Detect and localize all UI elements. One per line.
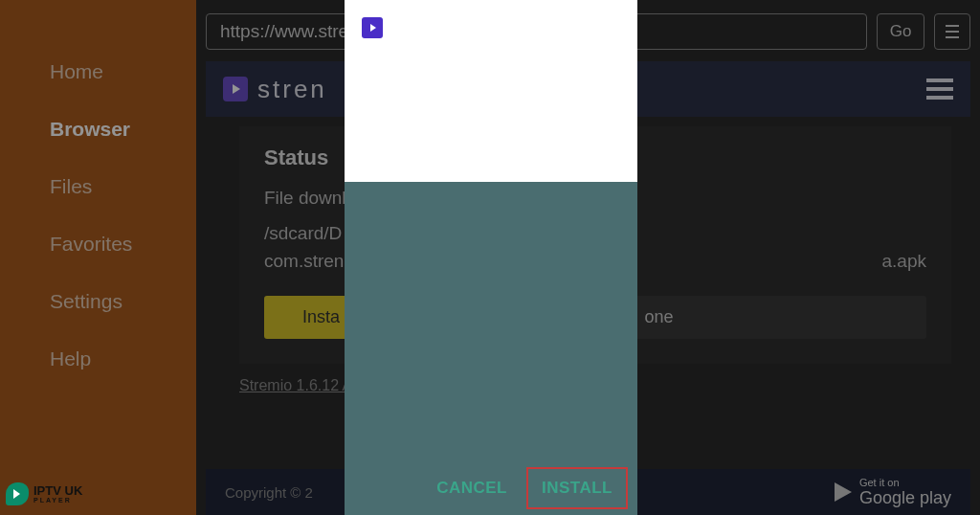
- dialog-header: [345, 0, 637, 182]
- watermark-icon: [6, 482, 29, 505]
- install-button[interactable]: INSTALL: [526, 467, 628, 509]
- watermark-text: IPTV UK PLAYER: [33, 484, 82, 504]
- install-dialog: CANCEL INSTALL: [345, 0, 637, 515]
- cancel-button[interactable]: CANCEL: [423, 469, 521, 507]
- dialog-footer: CANCEL INSTALL: [345, 461, 637, 515]
- dialog-body: [345, 182, 637, 461]
- watermark: IPTV UK PLAYER: [6, 482, 82, 505]
- app-icon: [362, 17, 383, 38]
